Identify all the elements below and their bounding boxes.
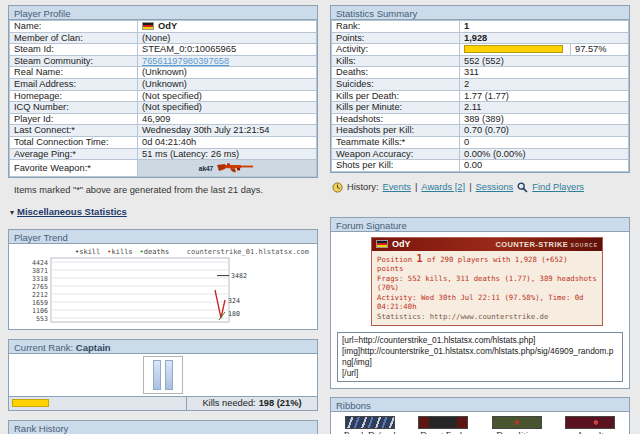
- legend-kills: •kills: [107, 248, 132, 256]
- chart-legend: •skill •kills •deaths counterstrike_01.h…: [11, 247, 315, 256]
- row-value: 46,909: [138, 113, 317, 125]
- row-value: 311: [460, 67, 629, 79]
- player-trend-header: Player Trend: [9, 230, 317, 244]
- row-label: Real Name:: [10, 67, 138, 79]
- kills-needed-cell: Kills needed: 198 (21%): [187, 397, 317, 410]
- row-label: ICQ Number:: [10, 102, 138, 114]
- right-column: Statistics Summary Rank: 1 Points: 1,928…: [330, 5, 630, 434]
- deaths-end-label: 180: [228, 309, 240, 317]
- current-rank-body: [9, 354, 317, 396]
- activity-bar: [464, 45, 563, 53]
- ribbon-label: Demolition: [496, 430, 537, 434]
- ribbon-item: Bomb Defusal: [333, 416, 407, 434]
- separator: |: [469, 182, 471, 192]
- statistics-summary-panel: Statistics Summary Rank: 1 Points: 1,928…: [330, 5, 630, 173]
- row-value: (None): [138, 32, 317, 44]
- forum-signature-body: OdY COUNTER-STRIKE SOURCE Position 1 of …: [331, 232, 629, 389]
- signature-line-3: Activity: Wed 30th Jul 22:11 (97.58%), T…: [377, 293, 597, 312]
- row-label: Email Address:: [10, 78, 138, 90]
- skill-end-label: 3482: [231, 272, 247, 280]
- find-players-link[interactable]: Find Players: [532, 182, 584, 192]
- row-label: Rank:: [332, 21, 460, 33]
- table-row: Last Connect:* Wednesday 30th July 21:21…: [10, 125, 317, 137]
- current-rank-panel: Current Rank: Captain Kills needed: 198 …: [8, 339, 318, 411]
- signature-banner: OdY COUNTER-STRIKE SOURCE Position 1 of …: [371, 237, 603, 327]
- player-profile-table: Name: OdY Member of Clan: (None) Steam I…: [9, 20, 317, 177]
- table-row: Shots per Kill: 0.00: [332, 160, 629, 172]
- player-profile-header: Player Profile: [9, 6, 317, 20]
- row-value: 76561197980397658: [138, 55, 317, 67]
- demolition-ribbon-icon: [492, 416, 542, 429]
- misc-statistics-line: ▾Miscellaneous Statistics: [10, 206, 318, 217]
- row-value: 0.00: [460, 160, 629, 172]
- row-label: Weapon Accuracy:: [332, 148, 460, 160]
- row-value: 1.77 (1.77): [460, 90, 629, 102]
- ribbon-item: Assault: [554, 416, 628, 434]
- favorite-weapon-cell: ak47: [138, 160, 317, 177]
- sessions-link[interactable]: Sessions: [476, 182, 514, 192]
- rank-progress-cell: [9, 397, 187, 410]
- y-tick: 553: [36, 314, 48, 322]
- signature-banner-top: OdY COUNTER-STRIKE SOURCE: [372, 238, 602, 251]
- counter-strike-logo: COUNTER-STRIKE SOURCE: [495, 240, 598, 249]
- row-value: 0d 04:21:40h: [138, 136, 317, 148]
- statistics-summary-header: Statistics Summary: [331, 6, 629, 20]
- steam-community-link[interactable]: 76561197980397658: [142, 56, 229, 66]
- row-label: Headshots:: [332, 113, 460, 125]
- table-row: Weapon Accuracy: 0.00% (0.00%): [332, 148, 629, 160]
- table-row: Headshots per Kill: 0.70 (0.70): [332, 125, 629, 137]
- forum-signature-header: Forum Signature: [331, 218, 629, 232]
- legend-deaths-label: deaths: [144, 248, 169, 256]
- signature-bbcode-box[interactable]: [url=http://counterstrike_01.hlstatsx.co…: [337, 332, 623, 382]
- activity-bar-cell: [460, 44, 571, 56]
- row-value: 2.11: [460, 102, 629, 114]
- statistics-summary-table: Rank: 1 Points: 1,928 Activity: 97.57% K…: [331, 20, 629, 172]
- search-icon: [517, 182, 528, 193]
- signature-player-name: OdY: [392, 239, 411, 249]
- row-label: Points:: [332, 32, 460, 44]
- collapse-arrow-icon: ▾: [10, 208, 14, 217]
- separator: |: [415, 182, 417, 192]
- germany-flag-icon: [376, 240, 388, 248]
- row-label: Activity:: [332, 44, 460, 56]
- ribbon-label: Desert Eagle: [420, 430, 466, 434]
- events-link[interactable]: Events: [383, 182, 411, 192]
- position-label: Position: [377, 255, 412, 264]
- row-value: 0.70 (0.70): [460, 125, 629, 137]
- player-profile-panel: Player Profile Name: OdY Member of Clan:…: [8, 5, 318, 178]
- y-tick: 2765: [32, 282, 48, 290]
- row-value: Wednesday 30th July 21:21:54: [138, 125, 317, 137]
- table-row: Email Address: (Unknown): [10, 78, 317, 90]
- table-row: Real Name: (Unknown): [10, 67, 317, 79]
- table-row: Deaths: 311: [332, 67, 629, 79]
- row-label: Homepage:: [10, 90, 138, 102]
- awards-link[interactable]: Awards [2]: [421, 182, 465, 192]
- kills-needed-value: 198 (21%): [259, 398, 302, 408]
- ribbon-label: Bomb Defusal: [344, 430, 396, 434]
- row-label: Member of Clan:: [10, 32, 138, 44]
- row-label: Teammate Kills:*: [332, 136, 460, 148]
- trend-plot: 4424 3871 3318 2765 2212 1659 1106 553 3…: [11, 256, 311, 324]
- row-value: 0: [460, 136, 629, 148]
- player-name: OdY: [158, 21, 177, 31]
- table-row: Teammate Kills:* 0: [332, 136, 629, 148]
- chart-site-label: counterstrike_01.hlstatsx.com: [187, 248, 309, 256]
- forum-signature-panel: Forum Signature OdY COUNTER-STRIKE SOURC…: [330, 217, 630, 390]
- row-label: Steam Community:: [10, 55, 138, 67]
- insignia-bar: [153, 360, 161, 390]
- row-value: 0.00% (0.00%): [460, 148, 629, 160]
- row-value: 2: [460, 78, 629, 90]
- position-rank: 1: [417, 253, 423, 264]
- row-label: Kills:: [332, 55, 460, 67]
- y-tick: 4424: [32, 258, 48, 266]
- ribbons-panel: Ribbons Bomb Defusal Desert Eagle Demoli…: [330, 397, 630, 434]
- kills-needed-label: Kills needed:: [202, 398, 255, 408]
- rank-history-panel: Rank History: [8, 420, 318, 434]
- ribbon-item: Demolition: [480, 416, 554, 434]
- miscellaneous-statistics-link[interactable]: Miscellaneous Statistics: [17, 206, 127, 217]
- rank-progress-bar: [12, 399, 49, 407]
- current-rank-name: Captain: [76, 342, 111, 353]
- table-row: Player Id: 46,909: [10, 113, 317, 125]
- assault-ribbon-icon: [565, 416, 615, 429]
- player-trend-panel: Player Trend •skill •kills •deaths count…: [8, 229, 318, 330]
